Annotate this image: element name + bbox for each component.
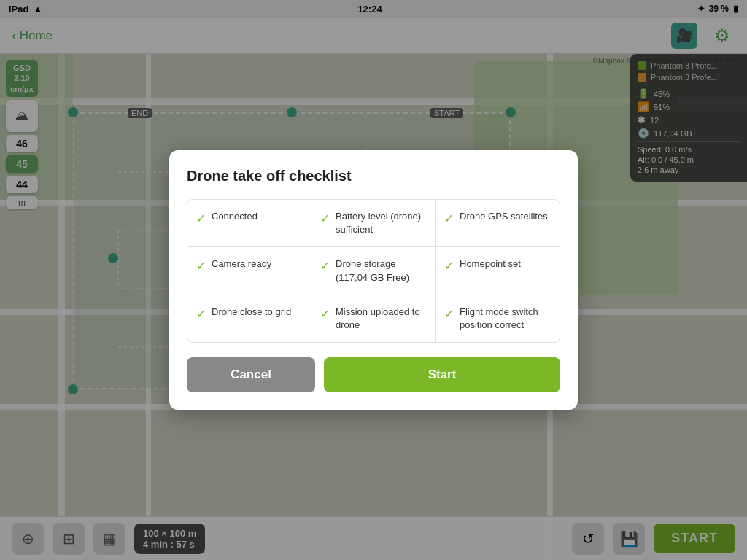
checklist-label: Battery level (drone) sufficient (336, 210, 426, 236)
checklist-item-close-to-grid: ✓Drone close to grid (187, 295, 311, 342)
checklist-label: Drone close to grid (212, 306, 291, 319)
check-icon: ✓ (320, 306, 330, 322)
check-icon: ✓ (444, 211, 454, 227)
checklist-item-mission-uploaded: ✓Mission uploaded to drone (311, 295, 436, 342)
check-icon: ✓ (320, 258, 330, 274)
checklist-item-homepoint: ✓Homepoint set (436, 247, 560, 295)
check-icon: ✓ (196, 306, 206, 322)
checklist-label: Connected (212, 210, 258, 223)
check-icon: ✓ (320, 211, 330, 227)
dialog-title: Drone take off checklist (187, 168, 560, 184)
checklist-dialog: Drone take off checklist ✓Connected✓Batt… (169, 150, 578, 410)
checklist-label: Camera ready (212, 257, 271, 271)
checklist-item-camera: ✓Camera ready (187, 247, 311, 295)
check-icon: ✓ (444, 306, 454, 322)
check-icon: ✓ (196, 258, 206, 274)
checklist-label: Drone GPS satellites (460, 210, 548, 223)
checklist-item-gps: ✓Drone GPS satellites (436, 200, 560, 247)
start-button[interactable]: Start (324, 357, 560, 392)
checklist-grid: ✓Connected✓Battery level (drone) suffici… (187, 199, 560, 343)
checklist-item-battery: ✓Battery level (drone) sufficient (311, 200, 436, 247)
checklist-item-connected: ✓Connected (187, 200, 311, 247)
modal-overlay: Drone take off checklist ✓Connected✓Batt… (0, 0, 747, 560)
checklist-label: Mission uploaded to drone (336, 306, 426, 332)
checklist-item-flight-mode: ✓Flight mode switch position correct (436, 295, 560, 342)
check-icon: ✓ (444, 258, 454, 274)
checklist-label: Drone storage (117,04 GB Free) (336, 257, 426, 284)
cancel-button[interactable]: Cancel (187, 357, 315, 392)
check-icon: ✓ (196, 211, 206, 227)
dialog-buttons: Cancel Start (187, 357, 560, 392)
checklist-label: Homepoint set (460, 257, 521, 271)
checklist-label: Flight mode switch position correct (460, 306, 551, 332)
checklist-item-storage: ✓Drone storage (117,04 GB Free) (311, 247, 436, 295)
